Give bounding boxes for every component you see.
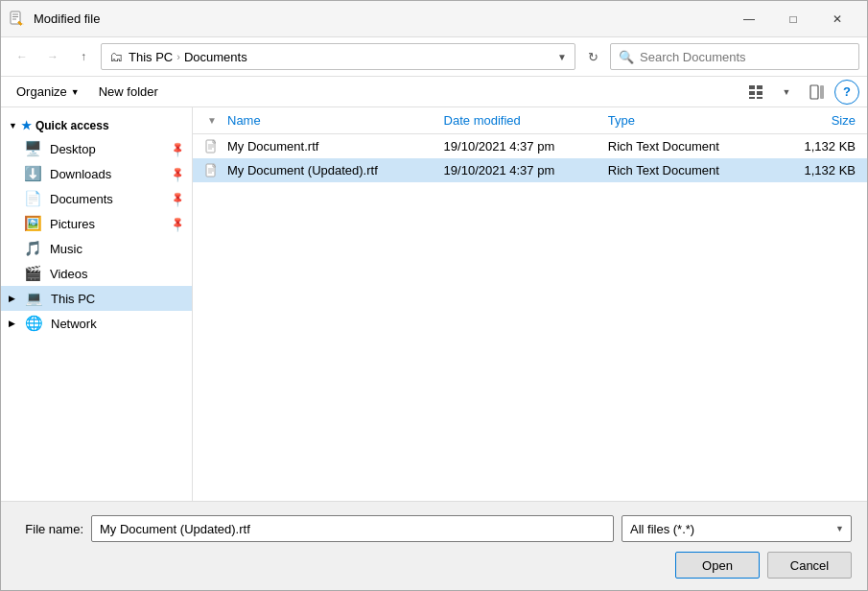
file-type-1: Rich Text Document: [604, 136, 768, 156]
table-row[interactable]: My Document.rtf 19/10/2021 4:37 pm Rich …: [193, 134, 867, 158]
new-folder-button[interactable]: New folder: [91, 81, 166, 103]
back-button[interactable]: ←: [9, 43, 35, 70]
documents-label: Documents: [50, 192, 113, 206]
address-bar[interactable]: 🗂 This PC › Documents ▼: [101, 43, 575, 70]
svg-rect-8: [820, 85, 824, 99]
documents-icon: 📄: [24, 190, 42, 207]
file-icon-2: [200, 163, 223, 178]
toolbar-right: ▼ ?: [742, 79, 859, 106]
main-area: ▼ ★ Quick access 🖥️ Desktop 📌 ⬇️ Downloa…: [1, 107, 867, 501]
desktop-pin: 📌: [168, 139, 186, 157]
quick-access-icon: ★: [21, 119, 32, 132]
minimize-button[interactable]: —: [727, 5, 771, 34]
col-header-type[interactable]: Type: [604, 107, 768, 133]
desktop-label: Desktop: [50, 142, 96, 156]
maximize-button[interactable]: □: [771, 5, 815, 34]
svg-rect-4: [757, 91, 762, 95]
file-type-select[interactable]: All files (*.*): [622, 515, 852, 542]
this-pc-crumb: This PC: [129, 50, 173, 64]
table-row[interactable]: My Document (Updated).rtf 19/10/2021 4:3…: [193, 158, 867, 182]
file-icon-1: [200, 139, 223, 154]
file-type-2: Rich Text Document: [604, 160, 768, 180]
bottom-area: File name: All files (*.*) Open Cancel: [1, 501, 867, 590]
file-size-1: 1,132 KB: [768, 136, 859, 156]
svg-rect-3: [749, 91, 755, 95]
search-box[interactable]: 🔍: [610, 43, 859, 70]
file-type-wrapper: All files (*.*): [622, 515, 852, 542]
organize-button[interactable]: Organize ▼: [9, 81, 87, 103]
preview-pane-button[interactable]: [804, 79, 831, 106]
crumb-sep-1: ›: [176, 51, 180, 62]
file-name-2: My Document (Updated).rtf: [223, 160, 440, 180]
sidebar-item-network[interactable]: ▶ 🌐 Network: [1, 311, 192, 336]
music-label: Music: [50, 242, 82, 256]
col-header-date[interactable]: Date modified: [440, 107, 604, 133]
sidebar-item-this-pc[interactable]: ▶ 💻 This PC: [1, 286, 192, 311]
file-date-1: 19/10/2021 4:37 pm: [440, 136, 604, 156]
sidebar-item-music[interactable]: 🎵 Music: [1, 236, 192, 261]
col-expand[interactable]: ▼: [200, 109, 223, 132]
action-row: Open Cancel: [16, 552, 852, 579]
svg-rect-2: [757, 85, 762, 89]
organize-label: Organize: [16, 84, 67, 99]
downloads-label: Downloads: [50, 167, 111, 181]
svg-rect-1: [749, 85, 755, 89]
file-date-2: 19/10/2021 4:37 pm: [440, 160, 604, 180]
this-pc-chevron: ▶: [9, 294, 15, 303]
folder-icon: 🗂: [109, 49, 123, 64]
dialog-title: Modified file: [34, 12, 727, 26]
column-header-row: ▼ Name Date modified Type Size: [193, 107, 867, 134]
network-chevron: ▶: [9, 319, 15, 328]
this-pc-label: This PC: [51, 292, 95, 306]
sidebar-item-pictures[interactable]: 🖼️ Pictures 📌: [1, 211, 192, 236]
up-button[interactable]: ↑: [70, 43, 97, 70]
close-button[interactable]: ✕: [815, 5, 859, 34]
col-header-size[interactable]: Size: [768, 107, 859, 133]
window-controls: — □ ✕: [727, 5, 859, 34]
file-list: My Document.rtf 19/10/2021 4:37 pm Rich …: [193, 134, 867, 501]
pictures-icon: 🖼️: [24, 215, 42, 232]
view-icon: [748, 84, 763, 100]
svg-rect-7: [810, 85, 818, 99]
quick-access-header[interactable]: ▼ ★ Quick access: [1, 115, 192, 136]
file-dialog: Modified file — □ ✕ ← → ↑ 🗂 This PC › Do…: [0, 0, 868, 591]
cancel-button[interactable]: Cancel: [767, 552, 852, 579]
downloads-pin: 📌: [168, 164, 186, 182]
videos-label: Videos: [50, 267, 88, 281]
title-bar: Modified file — □ ✕: [1, 1, 867, 37]
search-input[interactable]: [640, 50, 851, 64]
file-name-row: File name: All files (*.*): [16, 515, 852, 542]
quick-access-label: Quick access: [35, 119, 109, 132]
file-name-label: File name:: [16, 522, 83, 536]
network-icon: 🌐: [25, 315, 43, 332]
forward-button[interactable]: →: [39, 43, 66, 70]
sidebar-item-videos[interactable]: 🎬 Videos: [1, 261, 192, 286]
svg-rect-6: [757, 97, 762, 99]
sidebar-item-documents[interactable]: 📄 Documents 📌: [1, 186, 192, 211]
help-button[interactable]: ?: [834, 80, 859, 105]
view-toggle-button[interactable]: [742, 79, 769, 106]
documents-crumb: Documents: [184, 50, 247, 64]
videos-icon: 🎬: [24, 265, 42, 282]
open-button[interactable]: Open: [675, 552, 760, 579]
file-size-2: 1,132 KB: [768, 160, 859, 180]
svg-rect-5: [749, 97, 755, 99]
quick-access-chevron: ▼: [9, 121, 17, 130]
col-header-name[interactable]: Name: [223, 107, 440, 133]
sidebar-item-desktop[interactable]: 🖥️ Desktop 📌: [1, 136, 192, 161]
svg-rect-9: [206, 140, 215, 153]
network-label: Network: [51, 317, 97, 331]
new-folder-label: New folder: [99, 84, 158, 99]
preview-icon: [809, 84, 825, 100]
address-dropdown-icon: ▼: [557, 52, 567, 62]
downloads-icon: ⬇️: [24, 165, 42, 182]
address-row: ← → ↑ 🗂 This PC › Documents ▼ ↻ 🔍: [1, 37, 867, 77]
this-pc-icon: 💻: [25, 290, 43, 307]
app-icon: [9, 11, 26, 28]
refresh-button[interactable]: ↻: [579, 43, 606, 70]
file-name-input[interactable]: [91, 515, 614, 542]
search-icon: 🔍: [619, 50, 634, 64]
desktop-icon: 🖥️: [24, 140, 42, 157]
view-dropdown-button[interactable]: ▼: [773, 79, 800, 106]
sidebar-item-downloads[interactable]: ⬇️ Downloads 📌: [1, 161, 192, 186]
